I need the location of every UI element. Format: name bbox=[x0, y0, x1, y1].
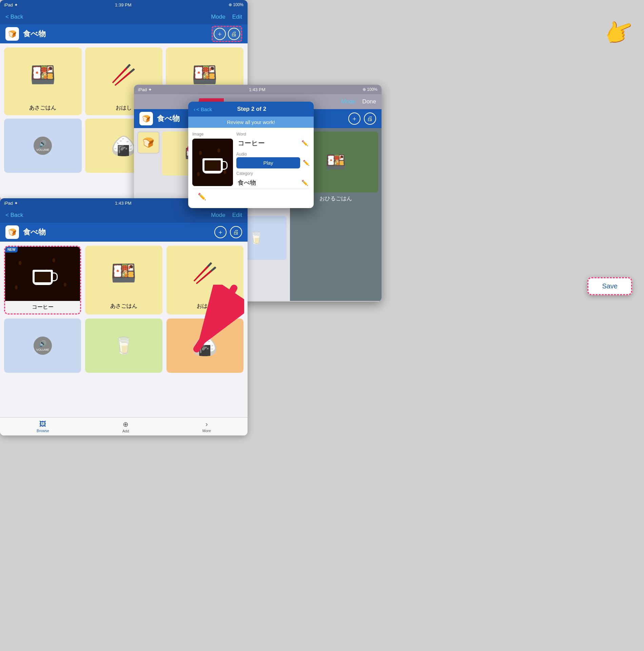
dialog: ‹ < Back Step 2 of 2 Review all your wor… bbox=[188, 102, 314, 208]
screen3-print-button[interactable]: 🖨 bbox=[230, 226, 242, 238]
screen3-card-sushi[interactable]: 🔊 VOLUME bbox=[4, 319, 81, 373]
screen2-print-button[interactable]: 🖨 bbox=[364, 113, 376, 125]
screen2-done-button[interactable]: Done bbox=[362, 98, 376, 105]
screen1-card-ohashi-label: おはし bbox=[114, 102, 133, 114]
screen3-nav-actions: Mode Edit bbox=[211, 212, 242, 219]
screen3-tab-browse[interactable]: 🖼 Browse bbox=[37, 420, 49, 433]
screen2-status-right: ⊕ 100% bbox=[363, 87, 377, 92]
screen3-coffee-label: コーヒー bbox=[5, 301, 80, 313]
screen3-browse-icon: 🖼 bbox=[39, 420, 46, 428]
dialog-audio-label: Audio bbox=[236, 152, 310, 157]
screen3-new-badge: NEW bbox=[5, 247, 18, 252]
screen3-edit-button[interactable]: Edit bbox=[232, 212, 242, 219]
screen1-card-milk-img: 🔊 VOLUME bbox=[4, 119, 82, 173]
dialog-subtitle: Review all your work! bbox=[188, 117, 314, 128]
dialog-word-text: コーヒー bbox=[238, 139, 265, 148]
dialog-word-section: Word コーヒー ✏️ bbox=[236, 132, 310, 149]
dialog-audio-edit-icon[interactable]: ✏️ bbox=[303, 160, 310, 166]
screen1-card-asagohan[interactable]: 🍱 あさごはん bbox=[4, 47, 82, 115]
screen3-card-asagohan[interactable]: 🍱 あさごはん bbox=[85, 246, 162, 314]
browse-ada-more-area bbox=[145, 571, 262, 648]
dialog-back-button[interactable]: ‹ < Back bbox=[194, 106, 212, 112]
dialog-fields-column: Word コーヒー ✏️ Audio Play ✏️ Categor bbox=[236, 132, 310, 189]
screen3-nav-bar: < Back Mode Edit bbox=[0, 208, 248, 223]
screen3-add-icon: ⊕ bbox=[123, 420, 129, 428]
screen1-category-title: 食べ物 bbox=[23, 29, 46, 39]
screen1-nav-actions: Mode Edit bbox=[211, 14, 242, 20]
screen3-tab-more[interactable]: › More bbox=[202, 420, 211, 433]
screen3-card-ohashi-label: おはし bbox=[195, 300, 214, 312]
screen3: iPad ✦ 1:43 PM ⊕ 100% < Back Mode Edit 🍞… bbox=[0, 198, 248, 435]
screen3-grid: NEW コーヒー 🍱 あさごはん 🥢 おはし 🔊 VOLUME 🥛 bbox=[0, 242, 248, 377]
coffee-cup-overlay bbox=[192, 139, 233, 186]
screen1-edit-buttons-dashed: ＋ 🖨 bbox=[212, 26, 242, 42]
screen1-status-left: iPad ✦ bbox=[4, 2, 18, 7]
screen2-status-left: iPad ✦ bbox=[138, 87, 152, 92]
screen1-card-milk[interactable]: 🔊 VOLUME bbox=[4, 119, 82, 173]
screen3-card-orange[interactable]: 🍙 bbox=[167, 319, 243, 373]
dialog-body: Image Word コーヒー bbox=[188, 128, 314, 208]
screen1-category-header: 🍞 食べ物 ＋ 🖨 bbox=[0, 24, 248, 43]
screen3-card-ohashi-img: 🥢 bbox=[167, 246, 243, 300]
screen1-volume-btn[interactable]: 🔊 VOLUME bbox=[34, 137, 52, 155]
screen3-tab-add[interactable]: ⊕ Add bbox=[122, 420, 129, 433]
screen3-browse-label: Browse bbox=[37, 429, 49, 433]
screen1-mode-button[interactable]: Mode bbox=[211, 14, 226, 20]
screen2-mode-button[interactable]: Mode bbox=[341, 98, 356, 105]
screen3-milk-img: 🥛 bbox=[85, 319, 162, 373]
dialog-word-edit-icon[interactable]: ✏️ bbox=[301, 140, 308, 146]
screen1-back-button[interactable]: < Back bbox=[5, 14, 23, 20]
dialog-word-value-row: コーヒー ✏️ bbox=[236, 137, 310, 149]
screen2-category-title: 食べ物 bbox=[157, 114, 180, 124]
dialog-play-button[interactable]: Play bbox=[236, 157, 300, 168]
screen3-status-left: iPad ✦ bbox=[4, 201, 18, 206]
screen3-status-time: 1:43 PM bbox=[115, 201, 131, 206]
screen3-coffee-cup bbox=[5, 247, 80, 301]
save-button[interactable]: Save bbox=[587, 277, 632, 295]
dialog-back-label: < Back bbox=[196, 106, 212, 112]
screen3-card-orange-img: 🍙 bbox=[167, 319, 243, 373]
screen1-status-bar: iPad ✦ 1:39 PM ⊕ 100% bbox=[0, 0, 248, 9]
screen3-card-asagohan-label: あさごはん bbox=[109, 300, 139, 312]
screen3-card-ohashi[interactable]: 🥢 おはし bbox=[167, 246, 243, 314]
cursor-hand-icon: 👉 bbox=[600, 13, 639, 51]
dialog-category-value: 食べ物 bbox=[238, 179, 256, 187]
screen2-status-bar: iPad ✦ 1:43 PM ⊕ 100% bbox=[134, 85, 382, 94]
dialog-image-label: Image bbox=[192, 132, 233, 137]
screen1-add-button[interactable]: ＋ bbox=[214, 28, 226, 40]
screen3-card-milk[interactable]: 🥛 bbox=[85, 319, 162, 373]
screen1-status-right: ⊕ 100% bbox=[229, 2, 243, 7]
screen1-edit-button[interactable]: Edit bbox=[232, 14, 242, 20]
screen3-category-title: 食べ物 bbox=[23, 227, 46, 237]
screen2-status-time: 1:43 PM bbox=[249, 87, 265, 92]
screen3-more-icon: › bbox=[206, 420, 208, 428]
screen3-category-icon: 🍞 bbox=[5, 225, 19, 239]
dialog-image-column: Image bbox=[192, 132, 233, 189]
screen3-card-coffee[interactable]: NEW コーヒー bbox=[4, 246, 81, 314]
chevron-left-icon: ‹ bbox=[194, 106, 195, 112]
dialog-category-edit-icon[interactable]: ✏️ bbox=[301, 180, 308, 186]
screen1-card-asagohan-label: あさごはん bbox=[28, 102, 58, 114]
screen3-card-asagohan-img: 🍱 bbox=[85, 246, 162, 300]
dialog-bottom: ✏️ bbox=[192, 189, 310, 204]
screen2-add-button[interactable]: ＋ bbox=[348, 113, 360, 125]
save-button-container: Save bbox=[587, 277, 632, 295]
screen1-status-time: 1:39 PM bbox=[115, 2, 131, 7]
screen3-mode-button[interactable]: Mode bbox=[211, 212, 226, 219]
dialog-audio-row: Play ✏️ bbox=[236, 157, 310, 168]
screen3-back-button[interactable]: < Back bbox=[5, 212, 23, 219]
screen3-sushi-img: 🔊 VOLUME bbox=[4, 319, 81, 373]
screen3-cup-shape bbox=[33, 270, 53, 285]
screen3-bottom-bar: 🖼 Browse ⊕ Add › More bbox=[0, 417, 248, 435]
dialog-image-preview[interactable] bbox=[192, 139, 233, 186]
screen2-thumb-bread: 🍞 bbox=[137, 131, 159, 154]
dialog-category-section: Category 食べ物 ✏️ bbox=[236, 171, 310, 189]
dialog-bottom-edit-icon[interactable]: ✏️ bbox=[198, 192, 206, 201]
screen3-volume-btn[interactable]: 🔊 VOLUME bbox=[34, 337, 52, 355]
screen2-header-buttons: ＋ 🖨 bbox=[348, 113, 376, 125]
screen2-nav-actions: Mode Done bbox=[341, 98, 376, 105]
dialog-word-label: Word bbox=[236, 132, 310, 137]
screen1-nav-bar: < Back Mode Edit bbox=[0, 9, 248, 24]
screen1-print-button[interactable]: 🖨 bbox=[228, 28, 240, 40]
screen3-add-button[interactable]: ＋ bbox=[214, 226, 227, 238]
